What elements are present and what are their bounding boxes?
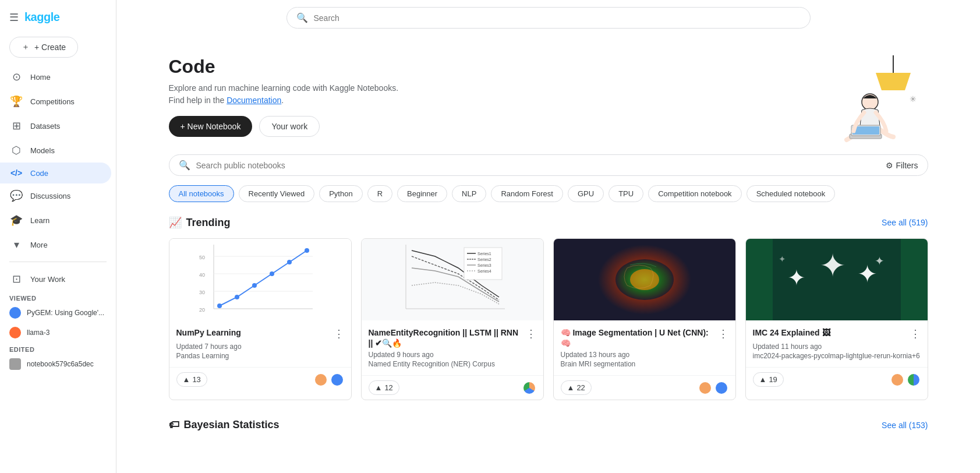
svg-point-19 bbox=[252, 283, 257, 288]
chip-nlp[interactable]: NLP bbox=[452, 185, 486, 202]
bayesian-see-all[interactable]: See all (153) bbox=[882, 421, 928, 430]
ner-avatars bbox=[522, 381, 536, 395]
card-thumbnail-mri bbox=[554, 239, 735, 320]
chip-competition-notebook[interactable]: Competition notebook bbox=[648, 185, 741, 202]
bayesian-section-header: 🏷 Bayesian Statistics See all (153) bbox=[169, 419, 928, 431]
create-button[interactable]: ＋ + Create bbox=[9, 37, 78, 58]
sidebar-item-more[interactable]: ▾ More bbox=[0, 232, 111, 257]
mri-vote-button[interactable]: ▲ 22 bbox=[561, 380, 592, 395]
numpy-title-row: NumPy Learning ⋮ bbox=[176, 327, 344, 340]
hero-illustration: ✳ bbox=[800, 50, 928, 143]
page-title: Code bbox=[169, 56, 399, 77]
mri-meta: Updated 13 hours ago bbox=[561, 351, 728, 359]
new-notebook-button[interactable]: + New Notebook bbox=[169, 116, 253, 137]
trending-title: 📈 Trending bbox=[169, 216, 231, 229]
chip-gpu[interactable]: GPU bbox=[568, 185, 604, 202]
mri-svg bbox=[554, 239, 735, 320]
sidebar-item-home[interactable]: ⊙ Home bbox=[0, 65, 111, 89]
card-thumbnail-imc: ✦ ✦ ✦ ✦ ✦ bbox=[746, 239, 928, 320]
code-icon: </> bbox=[9, 168, 23, 178]
yourwork-icon: ⊡ bbox=[9, 273, 23, 285]
card-imc24[interactable]: ✦ ✦ ✦ ✦ ✦ IMC 24 Explained 🖼 ⋮ Updated 1… bbox=[745, 238, 928, 400]
chip-random-forest[interactable]: Random Forest bbox=[491, 185, 563, 202]
numpy-footer: ▲ 13 bbox=[169, 367, 351, 391]
card-thumbnail-ner: Series1 Series2 Series3 Series4 bbox=[362, 239, 543, 320]
home-icon: ⊙ bbox=[9, 70, 23, 83]
your-work-button[interactable]: Your work bbox=[259, 116, 320, 137]
sidebar-item-datasets[interactable]: ⊞ Datasets bbox=[0, 114, 111, 138]
imc-meta: Updated 11 hours ago bbox=[753, 343, 921, 351]
card-ner[interactable]: Series1 Series2 Series3 Series4 NameEnti… bbox=[361, 238, 544, 400]
page-content: Code Explore and run machine learning co… bbox=[141, 36, 956, 464]
top-search-input[interactable] bbox=[314, 13, 801, 23]
kaggle-logo[interactable]: kaggle bbox=[24, 10, 59, 24]
edited-section-label: EDITED bbox=[0, 343, 116, 354]
sidebar-item-models[interactable]: ⬡ Models bbox=[0, 138, 111, 163]
tag-icon: 🏷 bbox=[169, 419, 179, 431]
svg-text:Series3: Series3 bbox=[477, 263, 491, 267]
chip-tpu[interactable]: TPU bbox=[608, 185, 643, 202]
mri-menu-icon[interactable]: ⋮ bbox=[718, 327, 728, 340]
numpy-avatars bbox=[314, 373, 344, 387]
chip-python[interactable]: Python bbox=[319, 185, 362, 202]
filter-icon: ⚙ bbox=[886, 161, 893, 170]
imc-footer: ▲ 19 bbox=[746, 367, 928, 391]
trending-see-all[interactable]: See all (519) bbox=[882, 218, 928, 227]
sidebar-item-competitions[interactable]: 🏆 Competitions bbox=[0, 89, 111, 114]
sidebar-item-notebook579[interactable]: notebook579c6a5dec bbox=[0, 354, 116, 374]
chip-recently-viewed[interactable]: Recently Viewed bbox=[239, 185, 315, 202]
svg-text:40: 40 bbox=[199, 272, 205, 278]
sidebar-divider bbox=[9, 262, 107, 262]
sidebar-item-yourwork[interactable]: ⊡ Your Work bbox=[0, 267, 111, 291]
card-body-imc: IMC 24 Explained 🖼 ⋮ Updated 11 hours ag… bbox=[746, 320, 928, 367]
ner-tag: Named Entity Recognition (NER) Corpus bbox=[369, 360, 536, 368]
imc-tag: imc2024-packages-pycolmap-lightglue-reru… bbox=[753, 352, 921, 360]
models-icon: ⬡ bbox=[9, 144, 23, 157]
svg-text:✦: ✦ bbox=[787, 266, 806, 290]
hamburger-icon[interactable]: ☰ bbox=[9, 11, 19, 24]
sidebar-item-pygem[interactable]: PyGEM: Using Google'... bbox=[0, 303, 116, 323]
learn-icon: 🎓 bbox=[9, 214, 23, 227]
imc-vote-button[interactable]: ▲ 19 bbox=[753, 372, 784, 387]
card-thumbnail-numpy: 20 30 40 50 bbox=[169, 239, 351, 320]
mri-vote-up-icon: ▲ bbox=[567, 383, 575, 392]
ner-menu-icon[interactable]: ⋮ bbox=[526, 327, 536, 340]
numpy-menu-icon[interactable]: ⋮ bbox=[334, 327, 344, 340]
card-image-seg[interactable]: 🧠 Image Segmentation | U Net (CNN): 🧠 ⋮ … bbox=[553, 238, 736, 400]
card-numpy-learning[interactable]: 20 30 40 50 bbox=[169, 238, 352, 400]
plus-icon: ＋ bbox=[22, 42, 30, 52]
sidebar-header: ☰ kaggle bbox=[0, 5, 116, 30]
top-search-bar: 🔍 bbox=[286, 7, 811, 29]
bayesian-title: 🏷 Bayesian Statistics bbox=[169, 419, 280, 431]
svg-text:✳: ✳ bbox=[910, 94, 917, 104]
ner-vote-up-icon: ▲ bbox=[375, 383, 383, 392]
documentation-link[interactable]: Documentation bbox=[227, 96, 281, 105]
imc-menu-icon[interactable]: ⋮ bbox=[910, 327, 921, 340]
chip-scheduled-notebook[interactable]: Scheduled notebook bbox=[747, 185, 836, 202]
ner-vote-button[interactable]: ▲ 12 bbox=[369, 380, 399, 395]
notebook-search-input[interactable] bbox=[196, 161, 880, 170]
sidebar-item-llama[interactable]: llama-3 bbox=[0, 323, 116, 343]
svg-text:Series1: Series1 bbox=[477, 252, 491, 256]
sidebar-item-code[interactable]: </> Code bbox=[0, 163, 111, 183]
trending-section-header: 📈 Trending See all (519) bbox=[169, 216, 928, 229]
main-content: 🔍 Code Explore and run machine learning … bbox=[116, 0, 980, 473]
sidebar-item-discussions[interactable]: 💬 Discussions bbox=[0, 183, 111, 208]
numpy-vote-button[interactable]: ▲ 13 bbox=[176, 372, 207, 387]
hero-description: Explore and run machine learning code wi… bbox=[169, 82, 399, 107]
vote-up-icon: ▲ bbox=[183, 375, 190, 384]
svg-point-17 bbox=[217, 303, 222, 308]
chip-all-notebooks[interactable]: All notebooks bbox=[169, 185, 234, 202]
trending-icon: 📈 bbox=[169, 216, 182, 229]
more-icon: ▾ bbox=[9, 238, 23, 251]
sidebar-item-learn[interactable]: 🎓 Learn bbox=[0, 208, 111, 232]
chip-beginner[interactable]: Beginner bbox=[397, 185, 447, 202]
chip-r[interactable]: R bbox=[367, 185, 392, 202]
numpy-avatar-2 bbox=[330, 373, 344, 387]
datasets-icon: ⊞ bbox=[9, 119, 23, 132]
hero-section: Code Explore and run machine learning co… bbox=[169, 36, 928, 154]
notebook-filter-bar: 🔍 ⚙ Filters bbox=[169, 154, 928, 176]
filters-button[interactable]: ⚙ Filters bbox=[886, 161, 918, 170]
numpy-avatar-1 bbox=[314, 373, 328, 387]
notebook579-icon bbox=[9, 358, 21, 370]
